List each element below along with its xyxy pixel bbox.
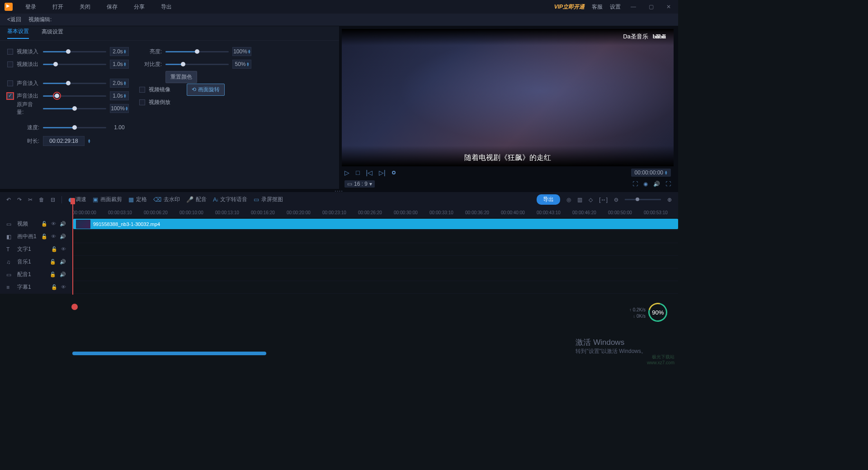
lock-icon[interactable]: 🔓	[51, 246, 57, 252]
back-button[interactable]: <返回	[7, 16, 21, 24]
tab-advanced-settings[interactable]: 高级设置	[42, 28, 63, 38]
delete-icon[interactable]: 🗑	[39, 197, 44, 203]
video-fade-out-value[interactable]: 1.0s▴▾	[110, 60, 129, 69]
audio-fade-in-checkbox[interactable]	[7, 80, 13, 86]
playhead-line[interactable]	[72, 204, 73, 295]
voiceover-button[interactable]: 🎤配音	[186, 196, 207, 203]
contrast-value[interactable]: 50%▴▾	[232, 60, 251, 69]
shield-icon[interactable]: ◇	[589, 197, 593, 203]
spinner-icon[interactable]: ▴▾	[124, 81, 126, 85]
brightness-slider[interactable]	[165, 51, 229, 52]
vip-upgrade-button[interactable]: VIP立即开通	[554, 3, 585, 11]
record-icon[interactable]	[392, 171, 396, 174]
settings-button[interactable]: 设置	[610, 3, 621, 11]
prev-frame-icon[interactable]: |◁	[366, 169, 373, 176]
stop-icon[interactable]: □	[356, 169, 359, 176]
eye-icon[interactable]: 👁	[51, 221, 56, 227]
zoom-in-icon[interactable]: ⊕	[667, 197, 672, 203]
spinner-icon[interactable]: ▴▾	[665, 170, 667, 175]
video-track-content[interactable]: 991558388_nb3-1-30032.mp4	[72, 218, 678, 230]
text-track-content[interactable]	[72, 243, 678, 255]
redo-icon[interactable]: ↷	[17, 197, 22, 203]
speaker-icon[interactable]: 🔊	[60, 221, 66, 227]
spinner-icon[interactable]: ▴▾	[248, 49, 250, 54]
video-clip[interactable]: 991558388_nb3-1-30032.mp4	[73, 219, 678, 229]
spinner-icon[interactable]: ▴▾	[124, 62, 126, 66]
tab-basic-settings[interactable]: 基本设置	[7, 28, 29, 39]
subtitle-track-content[interactable]	[72, 281, 678, 293]
open-button[interactable]: 打开	[44, 3, 71, 11]
duration-input[interactable]: 00:02:29:18	[43, 136, 85, 146]
fullscreen-icon[interactable]: ⛶	[665, 181, 671, 187]
play-icon[interactable]: ▷	[344, 169, 349, 176]
layout-icon[interactable]: ▥	[577, 197, 582, 203]
brightness-value[interactable]: 100%▴▾	[232, 47, 251, 56]
lock-icon[interactable]: 🔓	[41, 221, 47, 227]
zoom-slider[interactable]	[625, 199, 661, 200]
eye-icon[interactable]: 👁	[61, 246, 66, 252]
split-icon[interactable]: ⊟	[51, 197, 55, 203]
aspect-ratio-selector[interactable]: ▭16 : 9▾	[344, 180, 375, 188]
minimize-icon[interactable]: —	[628, 4, 639, 10]
spinner-icon[interactable]: ▴▾	[88, 139, 90, 143]
lock-icon[interactable]: 🔓	[51, 284, 57, 290]
playhead-end-marker[interactable]	[71, 304, 78, 310]
remove-watermark-button[interactable]: ⌫去水印	[153, 196, 180, 203]
original-volume-value[interactable]: 100%▴▾	[110, 104, 129, 113]
freeze-frame-button[interactable]: ▦定格	[128, 196, 147, 203]
lock-icon[interactable]: 🔓	[50, 259, 56, 265]
eye-icon[interactable]: 👁	[51, 234, 56, 240]
save-button[interactable]: 保存	[99, 3, 126, 11]
cut-icon[interactable]: ✂	[28, 197, 33, 203]
contrast-slider[interactable]	[165, 64, 229, 65]
fit-icon[interactable]: [↔]	[599, 197, 608, 203]
camera-icon[interactable]: ◉	[643, 181, 648, 187]
audio-fade-in-value[interactable]: 2.0s▴▾	[110, 79, 129, 88]
video-fade-in-checkbox[interactable]	[7, 49, 13, 55]
window-close-icon[interactable]: ✕	[664, 4, 674, 10]
video-fade-in-value[interactable]: 2.0s▴▾	[110, 47, 129, 56]
pip-track-content[interactable]	[72, 230, 678, 243]
spinner-icon[interactable]: ▴▾	[126, 106, 128, 111]
next-frame-icon[interactable]: ▷|	[379, 169, 386, 176]
speaker-icon[interactable]: 🔊	[60, 272, 66, 277]
audio-fade-out-checkbox[interactable]	[7, 93, 13, 99]
share-button[interactable]: 分享	[126, 3, 153, 11]
spinner-icon[interactable]: ▴▾	[247, 62, 249, 66]
zoom-out-icon[interactable]: ⊖	[614, 197, 618, 203]
video-reverse-checkbox[interactable]	[139, 99, 145, 105]
undo-icon[interactable]: ↶	[6, 197, 11, 203]
spinner-icon[interactable]: ▴▾	[124, 94, 126, 98]
crop-button[interactable]: ▣画面裁剪	[93, 196, 122, 203]
export-button[interactable]: 导出	[537, 194, 560, 205]
lock-icon[interactable]: 🔓	[41, 234, 47, 240]
close-button[interactable]: 关闭	[71, 3, 99, 11]
customer-service-button[interactable]: 客服	[592, 3, 603, 11]
speed-slider[interactable]	[43, 127, 106, 128]
video-fade-out-checkbox[interactable]	[7, 61, 13, 67]
original-volume-slider[interactable]	[43, 108, 106, 109]
text-to-speech-button[interactable]: Aᵢ文字转语音	[213, 196, 247, 203]
rotate-button[interactable]: ⟲画面旋转	[187, 84, 225, 96]
timeline-ruler[interactable]: 00:00:00:0000:00:03:1000:00:06:2000:00:1…	[0, 207, 678, 218]
export-menu-button[interactable]: 导出	[153, 3, 180, 11]
volume-icon[interactable]: 🔊	[653, 181, 660, 187]
video-fade-in-slider[interactable]	[43, 51, 106, 52]
video-mirror-checkbox[interactable]	[139, 87, 145, 93]
lock-icon[interactable]: 🔓	[50, 272, 56, 277]
reset-color-button[interactable]: 重置颜色	[165, 71, 197, 83]
audio-fade-out-value[interactable]: 1.0s▴▾	[110, 91, 129, 100]
speaker-icon[interactable]: 🔊	[60, 234, 66, 240]
target-icon[interactable]: ◎	[566, 197, 571, 203]
audio-fade-in-slider[interactable]	[43, 83, 106, 84]
snapshot-icon[interactable]: ⛶	[632, 181, 638, 187]
screen-record-button[interactable]: ▭录屏抠图	[254, 196, 283, 203]
login-button[interactable]: 登录	[17, 3, 44, 11]
speaker-icon[interactable]: 🔊	[60, 259, 66, 265]
spinner-icon[interactable]: ▴▾	[124, 49, 126, 54]
music-track-content[interactable]	[72, 256, 678, 268]
voiceover-track-content[interactable]	[72, 268, 678, 281]
eye-icon[interactable]: 👁	[61, 284, 66, 290]
video-fade-out-slider[interactable]	[43, 64, 106, 65]
maximize-icon[interactable]: ▢	[646, 4, 656, 10]
